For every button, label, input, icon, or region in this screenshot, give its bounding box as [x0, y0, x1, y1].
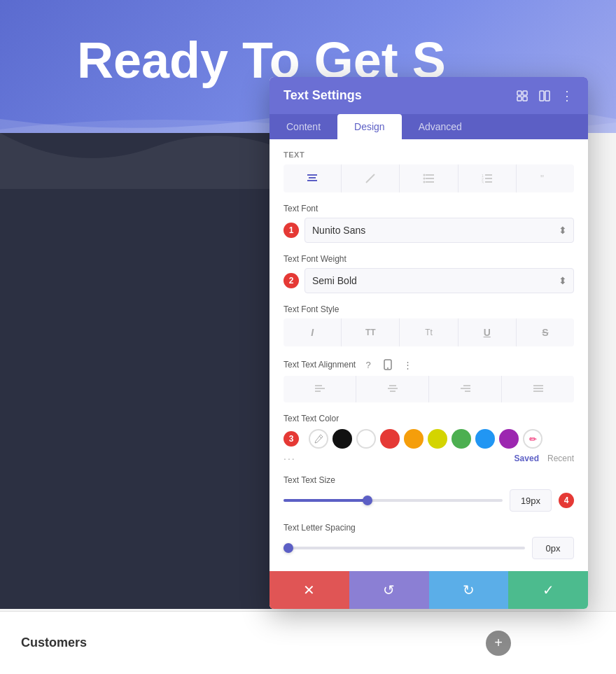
badge-3: 3 — [284, 431, 299, 447]
letter-spacing-input[interactable] — [532, 537, 574, 559]
svg-rect-0 — [517, 91, 522, 95]
svg-text:": " — [540, 174, 544, 183]
modal-header-icons: ⋮ — [515, 89, 574, 103]
customers-label: Customers — [21, 636, 87, 650]
color-green[interactable] — [451, 429, 471, 449]
text-align-options-row — [284, 376, 574, 402]
text-font-label: Text Font — [284, 204, 574, 213]
color-yellow[interactable] — [428, 429, 447, 449]
undo-button[interactable]: ↺ — [349, 571, 429, 609]
text-font-weight-select[interactable]: Semi Bold — [304, 268, 574, 293]
svg-line-37 — [319, 436, 321, 438]
svg-line-9 — [366, 174, 374, 183]
align-ordered-btn[interactable]: 123 — [458, 164, 517, 192]
recent-btn[interactable]: Recent — [547, 454, 574, 463]
color-blue[interactable] — [475, 429, 495, 449]
svg-text:3: 3 — [482, 181, 484, 183]
more-options-icon[interactable]: ⋮ — [560, 89, 574, 103]
color-black[interactable] — [332, 429, 352, 449]
confirm-button[interactable]: ✓ — [508, 571, 588, 609]
columns-icon[interactable] — [538, 89, 552, 103]
modal-footer: ✕ ↺ ↻ ✓ — [270, 571, 588, 609]
saved-recent-row: ··· Saved Recent — [284, 453, 574, 464]
dark-section — [0, 133, 308, 609]
color-swatches-row: 3 ✏ — [284, 429, 574, 449]
svg-point-11 — [423, 174, 425, 176]
alignment-mobile-icon[interactable] — [381, 358, 395, 372]
saved-btn[interactable]: Saved — [514, 454, 539, 463]
cancel-button[interactable]: ✕ — [270, 571, 349, 609]
dark-wave — [0, 133, 308, 189]
text-section-label: Text — [284, 150, 574, 159]
tab-advanced[interactable]: Advanced — [402, 114, 479, 139]
text-size-input-wrapper — [510, 489, 552, 512]
text-size-slider[interactable] — [284, 499, 503, 502]
more-colors-dots[interactable]: ··· — [284, 453, 296, 464]
eyedropper-swatch[interactable] — [309, 429, 328, 449]
letter-spacing-row — [284, 537, 574, 559]
text-font-select[interactable]: Nunito Sans — [304, 218, 574, 243]
modal-body: Text 123 " Text Font 1 Nunito Sans — [270, 139, 588, 571]
color-purple[interactable] — [499, 429, 519, 449]
svg-rect-1 — [523, 91, 527, 95]
alignment-help-icon[interactable]: ? — [361, 358, 375, 372]
svg-rect-5 — [545, 91, 550, 101]
letter-spacing-label: Text Letter Spacing — [284, 523, 574, 533]
redo-button[interactable]: ↻ — [429, 571, 509, 609]
align-slash-btn[interactable] — [342, 164, 400, 192]
style-strikethrough-btn[interactable]: S — [517, 318, 574, 346]
pencil-color-btn[interactable]: ✏ — [523, 429, 542, 449]
text-size-input[interactable] — [510, 489, 552, 512]
badge-4: 4 — [559, 493, 574, 508]
align-list-btn[interactable] — [400, 164, 458, 192]
color-red[interactable] — [380, 429, 400, 449]
text-align-justify-btn[interactable] — [502, 376, 574, 402]
text-text-alignment-header: Text Text Alignment ? ⋮ — [284, 358, 574, 372]
svg-rect-2 — [517, 97, 522, 101]
text-text-alignment-label: Text Text Alignment — [284, 360, 356, 370]
letter-spacing-slider[interactable] — [284, 547, 525, 549]
style-capitalize-btn[interactable]: Tt — [400, 318, 458, 346]
maximize-icon[interactable] — [515, 89, 529, 103]
text-font-wrapper: 1 Nunito Sans ⬍ — [284, 218, 574, 243]
text-font-style-label: Text Font Style — [284, 304, 574, 314]
svg-point-13 — [423, 178, 425, 180]
align-quote-btn[interactable]: " — [517, 164, 574, 192]
text-size-row: 4 — [284, 489, 574, 512]
modal-tabs: Content Design Advanced — [270, 114, 588, 139]
text-settings-modal: Text Settings ⋮ Content Design A — [270, 77, 588, 609]
align-center-btn[interactable] — [284, 164, 342, 192]
tab-content[interactable]: Content — [270, 114, 337, 139]
svg-rect-4 — [540, 91, 544, 101]
alignment-more-icon[interactable]: ⋮ — [400, 358, 414, 372]
text-font-weight-label: Text Font Weight — [284, 254, 574, 264]
customers-add-button[interactable]: + — [486, 631, 511, 656]
style-underline-btn[interactable]: U — [458, 318, 517, 346]
modal-header: Text Settings ⋮ — [270, 77, 588, 114]
text-size-label: Text Text Size — [284, 475, 574, 485]
color-orange[interactable] — [404, 429, 424, 449]
customers-bar: Customers + — [0, 611, 616, 674]
style-italic-btn[interactable]: I — [284, 318, 342, 346]
badge-2: 2 — [284, 273, 299, 288]
font-style-row: I TT Tt U S — [284, 318, 574, 346]
text-align-center-btn[interactable] — [356, 376, 429, 402]
modal-title: Text Settings — [284, 88, 362, 103]
svg-rect-3 — [523, 97, 527, 101]
badge-1: 1 — [284, 223, 299, 238]
tab-design[interactable]: Design — [337, 114, 402, 139]
letter-spacing-input-wrapper — [532, 537, 574, 559]
color-white[interactable] — [356, 429, 376, 449]
text-align-right-btn[interactable] — [429, 376, 502, 402]
svg-point-15 — [423, 181, 425, 183]
text-align-left-btn[interactable] — [284, 376, 356, 402]
text-color-label: Text Text Color — [284, 414, 574, 423]
text-font-weight-wrapper: 2 Semi Bold ⬍ — [284, 268, 574, 293]
svg-point-24 — [387, 367, 388, 369]
style-uppercase-btn[interactable]: TT — [342, 318, 400, 346]
text-alignment-row: 123 " — [284, 164, 574, 192]
